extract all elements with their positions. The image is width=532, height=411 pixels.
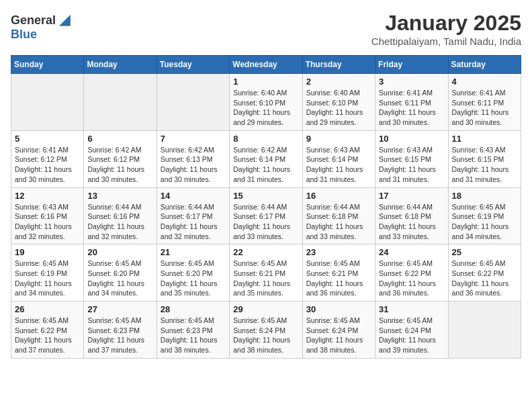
day-info: Sunrise: 6:45 AM Sunset: 6:24 PM Dayligh…: [379, 316, 444, 355]
day-number: 29: [233, 304, 298, 314]
col-header-sunday: Sunday: [11, 56, 84, 74]
calendar-cell: 24Sunrise: 6:45 AM Sunset: 6:22 PM Dayli…: [375, 244, 448, 302]
calendar-cell: 14Sunrise: 6:44 AM Sunset: 6:17 PM Dayli…: [157, 187, 229, 244]
calendar-cell: [84, 74, 157, 131]
page-title: January 2025: [371, 11, 521, 36]
day-number: 7: [161, 134, 226, 144]
day-number: 6: [87, 134, 152, 144]
calendar-cell: 28Sunrise: 6:45 AM Sunset: 6:23 PM Dayli…: [157, 302, 229, 359]
day-info: Sunrise: 6:45 AM Sunset: 6:20 PM Dayligh…: [161, 259, 226, 298]
calendar-cell: [157, 74, 229, 131]
day-info: Sunrise: 6:42 AM Sunset: 6:14 PM Dayligh…: [233, 145, 298, 185]
calendar-cell: 8Sunrise: 6:42 AM Sunset: 6:14 PM Daylig…: [230, 130, 302, 187]
day-number: 28: [161, 304, 226, 314]
day-number: 5: [15, 134, 80, 144]
day-number: 17: [379, 191, 444, 201]
day-number: 11: [452, 134, 517, 144]
logo-bird-icon: ◢: [59, 11, 71, 28]
calendar-cell: 18Sunrise: 6:45 AM Sunset: 6:19 PM Dayli…: [448, 187, 521, 244]
calendar-table: SundayMondayTuesdayWednesdayThursdayFrid…: [11, 55, 521, 359]
day-info: Sunrise: 6:45 AM Sunset: 6:21 PM Dayligh…: [306, 259, 371, 298]
calendar-cell: 29Sunrise: 6:45 AM Sunset: 6:24 PM Dayli…: [230, 302, 302, 359]
day-number: 18: [452, 191, 517, 201]
calendar-cell: 5Sunrise: 6:41 AM Sunset: 6:12 PM Daylig…: [11, 130, 84, 187]
day-info: Sunrise: 6:45 AM Sunset: 6:19 PM Dayligh…: [452, 202, 517, 242]
day-info: Sunrise: 6:45 AM Sunset: 6:24 PM Dayligh…: [233, 316, 298, 355]
calendar-week-4: 19Sunrise: 6:45 AM Sunset: 6:19 PM Dayli…: [11, 244, 521, 302]
day-info: Sunrise: 6:44 AM Sunset: 6:18 PM Dayligh…: [306, 202, 371, 242]
logo-blue: Blue: [11, 28, 71, 42]
calendar-cell: 12Sunrise: 6:43 AM Sunset: 6:16 PM Dayli…: [11, 187, 84, 244]
col-header-wednesday: Wednesday: [230, 56, 302, 74]
day-number: 30: [306, 304, 371, 314]
calendar-cell: 10Sunrise: 6:43 AM Sunset: 6:15 PM Dayli…: [375, 130, 448, 187]
calendar-week-5: 26Sunrise: 6:45 AM Sunset: 6:22 PM Dayli…: [11, 302, 521, 359]
calendar-week-2: 5Sunrise: 6:41 AM Sunset: 6:12 PM Daylig…: [11, 130, 521, 187]
calendar-cell: 7Sunrise: 6:42 AM Sunset: 6:13 PM Daylig…: [157, 130, 229, 187]
calendar-cell: 30Sunrise: 6:45 AM Sunset: 6:24 PM Dayli…: [302, 302, 375, 359]
day-info: Sunrise: 6:45 AM Sunset: 6:22 PM Dayligh…: [452, 259, 517, 298]
calendar-cell: 22Sunrise: 6:45 AM Sunset: 6:21 PM Dayli…: [230, 244, 302, 302]
day-info: Sunrise: 6:43 AM Sunset: 6:14 PM Dayligh…: [306, 145, 371, 185]
col-header-tuesday: Tuesday: [157, 56, 229, 74]
header: General ◢ Blue January 2025 Chettipalaiy…: [11, 11, 521, 47]
day-info: Sunrise: 6:43 AM Sunset: 6:15 PM Dayligh…: [452, 145, 517, 185]
calendar-cell: 9Sunrise: 6:43 AM Sunset: 6:14 PM Daylig…: [302, 130, 375, 187]
day-number: 1: [233, 77, 298, 87]
day-number: 2: [306, 77, 371, 87]
day-number: 23: [306, 247, 371, 257]
day-info: Sunrise: 6:45 AM Sunset: 6:20 PM Dayligh…: [87, 259, 152, 298]
col-header-monday: Monday: [84, 56, 157, 74]
day-number: 9: [306, 134, 371, 144]
calendar-cell: 11Sunrise: 6:43 AM Sunset: 6:15 PM Dayli…: [448, 130, 521, 187]
calendar-header: SundayMondayTuesdayWednesdayThursdayFrid…: [11, 56, 521, 74]
day-number: 20: [87, 247, 152, 257]
calendar-cell: 19Sunrise: 6:45 AM Sunset: 6:19 PM Dayli…: [11, 244, 84, 302]
col-header-friday: Friday: [375, 56, 448, 74]
day-info: Sunrise: 6:45 AM Sunset: 6:22 PM Dayligh…: [15, 316, 80, 355]
day-info: Sunrise: 6:45 AM Sunset: 6:21 PM Dayligh…: [233, 259, 298, 298]
day-number: 10: [379, 134, 444, 144]
col-header-saturday: Saturday: [448, 56, 521, 74]
day-number: 13: [87, 191, 152, 201]
calendar-cell: 3Sunrise: 6:41 AM Sunset: 6:11 PM Daylig…: [375, 74, 448, 131]
day-number: 27: [87, 304, 152, 314]
day-info: Sunrise: 6:43 AM Sunset: 6:16 PM Dayligh…: [15, 202, 80, 242]
day-number: 25: [452, 247, 517, 257]
day-number: 8: [233, 134, 298, 144]
calendar-cell: 21Sunrise: 6:45 AM Sunset: 6:20 PM Dayli…: [157, 244, 229, 302]
calendar-cell: [448, 302, 521, 359]
day-info: Sunrise: 6:45 AM Sunset: 6:23 PM Dayligh…: [87, 316, 152, 355]
day-number: 19: [15, 247, 80, 257]
calendar-cell: 20Sunrise: 6:45 AM Sunset: 6:20 PM Dayli…: [84, 244, 157, 302]
day-info: Sunrise: 6:42 AM Sunset: 6:13 PM Dayligh…: [161, 145, 226, 185]
calendar-cell: 2Sunrise: 6:40 AM Sunset: 6:10 PM Daylig…: [302, 74, 375, 131]
calendar-week-3: 12Sunrise: 6:43 AM Sunset: 6:16 PM Dayli…: [11, 187, 521, 244]
calendar-cell: 25Sunrise: 6:45 AM Sunset: 6:22 PM Dayli…: [448, 244, 521, 302]
calendar-cell: 4Sunrise: 6:41 AM Sunset: 6:11 PM Daylig…: [448, 74, 521, 131]
day-info: Sunrise: 6:41 AM Sunset: 6:12 PM Dayligh…: [15, 145, 80, 185]
day-info: Sunrise: 6:40 AM Sunset: 6:10 PM Dayligh…: [233, 88, 298, 128]
day-info: Sunrise: 6:44 AM Sunset: 6:16 PM Dayligh…: [87, 202, 152, 242]
day-info: Sunrise: 6:45 AM Sunset: 6:19 PM Dayligh…: [15, 259, 80, 298]
day-info: Sunrise: 6:45 AM Sunset: 6:22 PM Dayligh…: [379, 259, 444, 298]
day-number: 16: [306, 191, 371, 201]
day-number: 3: [379, 77, 444, 87]
day-info: Sunrise: 6:41 AM Sunset: 6:11 PM Dayligh…: [452, 88, 517, 128]
page-subtitle: Chettipalaiyam, Tamil Nadu, India: [371, 36, 521, 47]
calendar-cell: [11, 74, 84, 131]
calendar-cell: 6Sunrise: 6:42 AM Sunset: 6:12 PM Daylig…: [84, 130, 157, 187]
day-number: 15: [233, 191, 298, 201]
calendar-cell: 13Sunrise: 6:44 AM Sunset: 6:16 PM Dayli…: [84, 187, 157, 244]
logo-general: General: [11, 13, 56, 27]
calendar-cell: 23Sunrise: 6:45 AM Sunset: 6:21 PM Dayli…: [302, 244, 375, 302]
calendar-cell: 26Sunrise: 6:45 AM Sunset: 6:22 PM Dayli…: [11, 302, 84, 359]
day-number: 21: [161, 247, 226, 257]
logo: General ◢ Blue: [11, 11, 71, 42]
calendar-week-1: 1Sunrise: 6:40 AM Sunset: 6:10 PM Daylig…: [11, 74, 521, 131]
day-number: 14: [161, 191, 226, 201]
calendar-cell: 27Sunrise: 6:45 AM Sunset: 6:23 PM Dayli…: [84, 302, 157, 359]
day-info: Sunrise: 6:41 AM Sunset: 6:11 PM Dayligh…: [379, 88, 444, 128]
day-info: Sunrise: 6:40 AM Sunset: 6:10 PM Dayligh…: [306, 88, 371, 128]
day-info: Sunrise: 6:45 AM Sunset: 6:24 PM Dayligh…: [306, 316, 371, 355]
